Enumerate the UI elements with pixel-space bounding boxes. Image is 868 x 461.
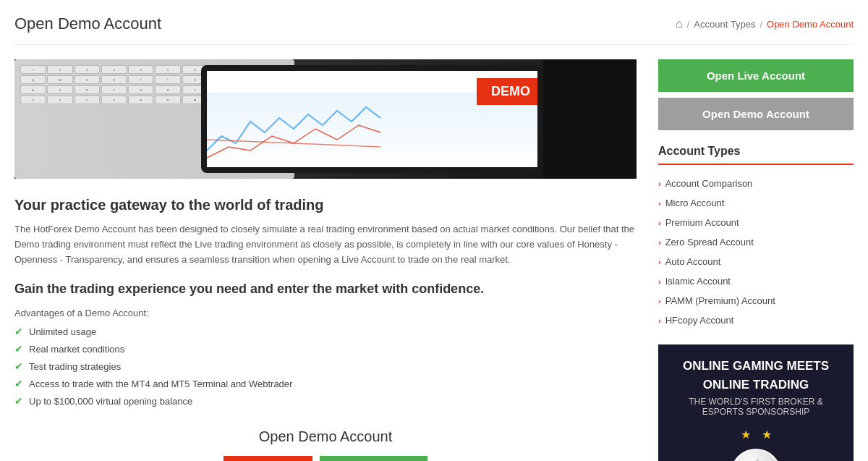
- soccer-ball-icon: [731, 449, 781, 461]
- sidebar-item-hfcopy-account[interactable]: › HFcopy Account: [658, 310, 854, 330]
- home-icon[interactable]: ⌂: [676, 17, 683, 30]
- stars-row: ★ ★: [673, 428, 839, 441]
- chevron-right-icon: ›: [658, 297, 661, 305]
- demo-banner-label: DEMO: [477, 78, 537, 105]
- advantage-text: Up to $100,000 virtual opening balance: [29, 396, 192, 407]
- separator-2: /: [760, 19, 762, 30]
- main-content: ×123 4567 89 QWER TYUI OP ASDF GHJK L; Z…: [14, 59, 637, 461]
- list-item: ✔ Unlimited usage: [14, 326, 637, 337]
- list-item: ✔ Up to $100,000 virtual opening balance: [14, 395, 637, 407]
- sidebar-item-account-comparison[interactable]: › Account Comparison: [658, 174, 854, 193]
- hero-image: ×123 4567 89 QWER TYUI OP ASDF GHJK L; Z…: [14, 59, 637, 179]
- breadcrumb-bar: Open Demo Account ⌂ / Account Types / Op…: [14, 7, 854, 45]
- sidebar-item-zero-spread-account[interactable]: › Zero Spread Account: [658, 232, 854, 252]
- chevron-right-icon: ›: [658, 199, 661, 208]
- advantage-text: Test trading strategies: [29, 361, 121, 372]
- sidebar-item-pamm-account[interactable]: › PAMM (Premium) Account: [658, 291, 854, 310]
- promo-subtitle: THE WORLD'S FIRST BROKER & ESPORTS SPONS…: [673, 397, 839, 417]
- promo-title-2: ONLINE TRADING: [673, 378, 839, 392]
- advantage-text: Access to trade with the MT4 and MT5 Ter…: [29, 378, 292, 389]
- headphones-graphic: [543, 59, 637, 179]
- chevron-right-icon: ›: [658, 238, 661, 247]
- svg-line-0: [207, 140, 380, 147]
- promo-logo: [727, 449, 785, 461]
- advantages-list: ✔ Unlimited usage ✔ Real market conditio…: [14, 326, 637, 407]
- sidebar-item-label: PAMM (Premium) Account: [665, 295, 775, 306]
- breadcrumb: ⌂ / Account Types / Open Demo Account: [676, 17, 854, 30]
- promo-banner: ONLINE GAMING MEETS ONLINE TRADING THE W…: [658, 344, 854, 461]
- breadcrumb-account-types[interactable]: Account Types: [694, 19, 755, 30]
- chevron-right-icon: ›: [658, 179, 661, 188]
- check-icon: ✔: [14, 326, 23, 337]
- check-icon: ✔: [14, 378, 23, 389]
- existing-clients-button[interactable]: Existing Clients: [320, 456, 427, 461]
- check-icon: ✔: [14, 360, 23, 372]
- chevron-right-icon: ›: [658, 258, 661, 266]
- sidebar-account-types: Account Types › Account Comparison › Mic…: [658, 145, 854, 330]
- sidebar-item-auto-account[interactable]: › Auto Account: [658, 252, 854, 271]
- separator-1: /: [687, 19, 690, 30]
- sidebar-item-label: HFcopy Account: [665, 315, 734, 326]
- sidebar: Open Live Account Open Demo Account Acco…: [658, 59, 854, 461]
- main-heading-2: Gain the trading experience you need and…: [14, 282, 637, 297]
- sidebar-item-label: Islamic Account: [665, 276, 731, 287]
- open-demo-section: Open Demo Account New Clients Existing C…: [14, 428, 637, 461]
- sidebar-item-label: Auto Account: [665, 256, 721, 267]
- promo-title-1: ONLINE GAMING MEETS: [673, 359, 839, 373]
- list-item: ✔ Test trading strategies: [14, 360, 637, 372]
- sidebar-item-label: Zero Spread Account: [665, 237, 754, 248]
- star-icon: ★: [762, 428, 772, 441]
- advantage-text: Real market conditions: [29, 344, 124, 355]
- sidebar-item-islamic-account[interactable]: › Islamic Account: [658, 271, 854, 291]
- breadcrumb-current: Open Demo Account: [767, 19, 854, 30]
- advantage-text: Unlimited usage: [29, 326, 96, 337]
- main-description: The HotForex Demo Account has been desig…: [14, 222, 637, 267]
- account-types-list: › Account Comparison › Micro Account › P…: [658, 174, 854, 330]
- page-title: Open Demo Account: [14, 14, 161, 33]
- check-icon: ✔: [14, 343, 23, 355]
- sidebar-item-label: Premium Account: [665, 217, 739, 228]
- star-icon: ★: [741, 428, 751, 441]
- sidebar-item-label: Micro Account: [665, 198, 725, 208]
- chevron-right-icon: ›: [658, 316, 661, 325]
- sidebar-item-micro-account[interactable]: › Micro Account: [658, 193, 854, 213]
- tablet-graphic: DEMO: [201, 65, 543, 173]
- sidebar-item-premium-account[interactable]: › Premium Account: [658, 213, 854, 232]
- sidebar-item-label: Account Comparison: [665, 178, 753, 189]
- list-item: ✔ Real market conditions: [14, 343, 637, 355]
- open-demo-title: Open Demo Account: [14, 428, 637, 445]
- main-heading-1: Your practice gateway to the world of tr…: [14, 197, 637, 213]
- chevron-right-icon: ›: [658, 277, 661, 286]
- advantages-label: Advantages of a Demo Account:: [14, 308, 637, 318]
- demo-buttons: New Clients Existing Clients: [14, 456, 637, 461]
- open-demo-account-button[interactable]: Open Demo Account: [658, 98, 854, 130]
- open-live-account-button[interactable]: Open Live Account: [658, 59, 854, 92]
- content-layout: ×123 4567 89 QWER TYUI OP ASDF GHJK L; Z…: [14, 59, 854, 461]
- list-item: ✔ Access to trade with the MT4 and MT5 T…: [14, 378, 637, 389]
- new-clients-button[interactable]: New Clients: [224, 456, 312, 461]
- check-icon: ✔: [14, 395, 23, 407]
- sidebar-account-types-title: Account Types: [658, 145, 854, 165]
- chevron-right-icon: ›: [658, 219, 661, 227]
